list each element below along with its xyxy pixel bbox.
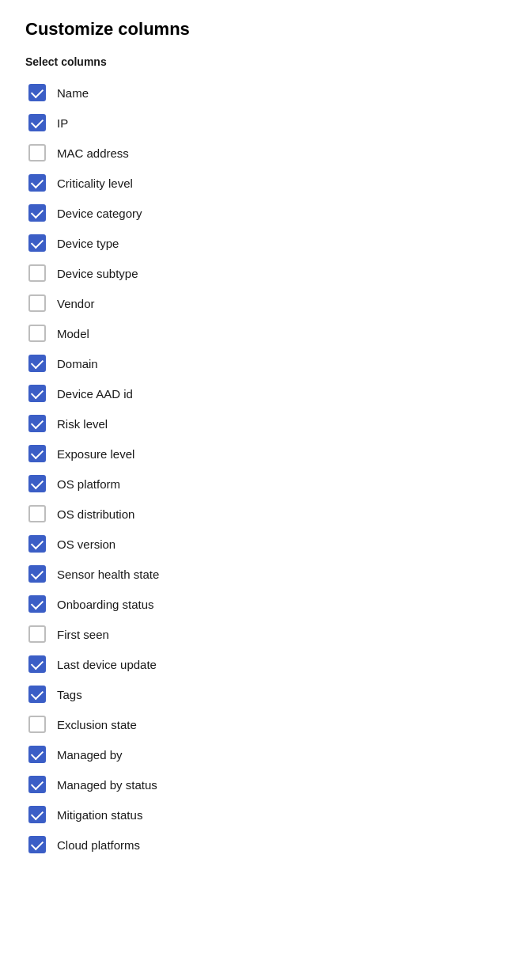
column-label-mac-address: MAC address [57, 146, 129, 160]
column-item-mac-address[interactable]: MAC address [25, 138, 505, 168]
column-item-criticality-level[interactable]: Criticality level [25, 168, 505, 198]
column-item-ip[interactable]: IP [25, 108, 505, 138]
checkbox-exclusion-state[interactable] [28, 716, 46, 733]
checkbox-criticality-level[interactable] [28, 174, 46, 192]
checkbox-mitigation-status[interactable] [28, 806, 46, 823]
checkbox-onboarding-status[interactable] [28, 595, 46, 613]
column-label-name: Name [57, 86, 89, 100]
checkbox-managed-by[interactable] [28, 746, 46, 763]
column-label-criticality-level: Criticality level [57, 177, 133, 190]
column-item-managed-by[interactable]: Managed by [25, 739, 505, 769]
column-item-onboarding-status[interactable]: Onboarding status [25, 589, 505, 619]
column-label-device-category: Device category [57, 207, 142, 220]
column-label-ip: IP [57, 116, 68, 130]
checkbox-mac-address[interactable] [28, 144, 46, 161]
column-item-vendor[interactable]: Vendor [25, 288, 505, 318]
column-item-device-type[interactable]: Device type [25, 228, 505, 258]
column-item-domain[interactable]: Domain [25, 348, 505, 378]
column-label-cloud-platforms: Cloud platforms [57, 838, 140, 852]
column-item-os-platform[interactable]: OS platform [25, 469, 505, 499]
checkbox-exposure-level[interactable] [28, 445, 46, 462]
checkbox-cloud-platforms[interactable] [28, 836, 46, 853]
checkbox-name[interactable] [28, 84, 46, 101]
checkbox-device-aad-id[interactable] [28, 385, 46, 402]
column-label-risk-level: Risk level [57, 417, 108, 431]
checkbox-last-device-update[interactable] [28, 655, 46, 673]
column-item-device-aad-id[interactable]: Device AAD id [25, 378, 505, 408]
column-list: NameIPMAC addressCriticality levelDevice… [25, 78, 505, 860]
column-label-os-version: OS version [57, 537, 115, 551]
checkbox-os-distribution[interactable] [28, 505, 46, 522]
page-title: Customize columns [25, 19, 505, 40]
column-item-first-seen[interactable]: First seen [25, 619, 505, 649]
column-item-risk-level[interactable]: Risk level [25, 408, 505, 439]
column-label-device-aad-id: Device AAD id [57, 387, 133, 401]
column-label-onboarding-status: Onboarding status [57, 598, 154, 611]
column-label-model: Model [57, 327, 89, 340]
column-item-exposure-level[interactable]: Exposure level [25, 439, 505, 469]
column-item-cloud-platforms[interactable]: Cloud platforms [25, 830, 505, 860]
column-label-device-subtype: Device subtype [57, 267, 138, 280]
column-label-device-type: Device type [57, 237, 119, 250]
column-item-sensor-health-state[interactable]: Sensor health state [25, 559, 505, 589]
column-label-os-distribution: OS distribution [57, 507, 134, 521]
column-label-vendor: Vendor [57, 297, 95, 310]
column-label-exposure-level: Exposure level [57, 447, 134, 461]
column-item-os-distribution[interactable]: OS distribution [25, 499, 505, 529]
column-item-device-category[interactable]: Device category [25, 198, 505, 228]
checkbox-device-category[interactable] [28, 204, 46, 222]
checkbox-ip[interactable] [28, 114, 46, 131]
checkbox-managed-by-status[interactable] [28, 776, 46, 793]
column-label-exclusion-state: Exclusion state [57, 718, 137, 731]
checkbox-risk-level[interactable] [28, 415, 46, 432]
checkbox-sensor-health-state[interactable] [28, 565, 46, 583]
column-label-first-seen: First seen [57, 628, 109, 641]
column-item-tags[interactable]: Tags [25, 679, 505, 709]
checkbox-domain[interactable] [28, 355, 46, 372]
column-label-managed-by: Managed by [57, 748, 123, 762]
column-item-managed-by-status[interactable]: Managed by status [25, 769, 505, 800]
column-item-mitigation-status[interactable]: Mitigation status [25, 800, 505, 830]
checkbox-device-subtype[interactable] [28, 264, 46, 282]
checkbox-device-type[interactable] [28, 234, 46, 252]
checkbox-os-platform[interactable] [28, 475, 46, 492]
column-label-os-platform: OS platform [57, 477, 120, 491]
checkbox-tags[interactable] [28, 686, 46, 703]
section-label: Select columns [25, 55, 505, 68]
checkbox-first-seen[interactable] [28, 625, 46, 643]
checkbox-os-version[interactable] [28, 535, 46, 553]
column-item-os-version[interactable]: OS version [25, 529, 505, 559]
column-label-mitigation-status: Mitigation status [57, 808, 142, 822]
checkbox-model[interactable] [28, 325, 46, 342]
column-label-last-device-update: Last device update [57, 658, 157, 671]
column-label-domain: Domain [57, 357, 98, 370]
column-label-sensor-health-state: Sensor health state [57, 568, 159, 581]
column-label-tags: Tags [57, 688, 82, 701]
column-item-last-device-update[interactable]: Last device update [25, 649, 505, 679]
column-item-device-subtype[interactable]: Device subtype [25, 258, 505, 288]
column-item-exclusion-state[interactable]: Exclusion state [25, 709, 505, 739]
column-item-model[interactable]: Model [25, 318, 505, 348]
checkbox-vendor[interactable] [28, 294, 46, 312]
column-label-managed-by-status: Managed by status [57, 778, 157, 792]
column-item-name[interactable]: Name [25, 78, 505, 108]
